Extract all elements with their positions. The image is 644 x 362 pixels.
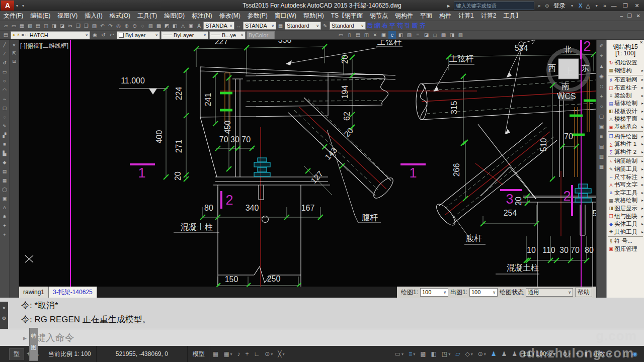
status-tool-icon[interactable]: ▯ bbox=[621, 350, 630, 357]
layer-color-swatch[interactable]: □ bbox=[26, 33, 28, 37]
lineweight-select[interactable]: B...ye∨ bbox=[209, 31, 246, 39]
menu-item[interactable]: 修改(M) bbox=[216, 12, 244, 20]
hatch-icon[interactable]: ▞ bbox=[1, 132, 8, 139]
object-tool-icon[interactable]: ▯ bbox=[346, 31, 353, 39]
table-icon[interactable]: ▤ bbox=[1, 168, 8, 175]
cut-icon[interactable]: ✂ bbox=[66, 22, 74, 30]
model-space-button[interactable]: 模型 bbox=[188, 346, 210, 362]
revcloud-icon[interactable]: ✎ bbox=[1, 123, 8, 130]
drafting-toggle-icon[interactable]: ∟ bbox=[252, 350, 263, 357]
side-tool-icon[interactable]: ✐ bbox=[599, 43, 603, 48]
status-tool-icon[interactable]: ▮ bbox=[582, 350, 590, 357]
status-tool-icon[interactable]: ♟ bbox=[509, 350, 520, 357]
sidebar-item-梁绘制[interactable]: ≡梁绘制▸ bbox=[607, 92, 644, 100]
layout-tab[interactable]: 型 bbox=[9, 348, 24, 360]
search-icon[interactable]: ⌕ bbox=[538, 3, 541, 9]
palette-close-icon[interactable]: ✕ bbox=[639, 40, 643, 45]
status-tool-icon[interactable]: ♟ bbox=[489, 350, 499, 357]
circle-icon[interactable]: ○ bbox=[1, 77, 8, 84]
menu-item[interactable]: 平面 bbox=[417, 12, 436, 20]
menu-item[interactable]: 格式(O) bbox=[106, 12, 134, 20]
menu-item[interactable]: 计算1 bbox=[455, 12, 477, 20]
sheetset-icon[interactable]: ◧ bbox=[171, 22, 179, 30]
mtext-icon[interactable]: A bbox=[1, 204, 8, 211]
properties-icon[interactable]: ▥ bbox=[147, 22, 154, 30]
object-tool-icon[interactable]: ▥ bbox=[457, 31, 464, 39]
drafting-toggle-icon[interactable]: ▦▾ bbox=[221, 350, 234, 357]
tool-palettes-icon[interactable]: ◩ bbox=[163, 22, 171, 30]
status-tool-icon[interactable]: ◧ bbox=[429, 350, 439, 357]
side-tool-icon[interactable]: ◉ bbox=[599, 73, 604, 79]
side-tool-icon[interactable]: ▦ bbox=[599, 164, 604, 169]
menu-item[interactable]: 视图(V) bbox=[54, 12, 81, 20]
sidebar-item-钢结构[interactable]: ▦钢结构▸ bbox=[607, 67, 644, 75]
sidebar-item-图层显示[interactable]: ◨图层显示▸ bbox=[607, 205, 644, 213]
sidebar-item-图库管理[interactable]: ▣图库管理 bbox=[607, 245, 644, 253]
sidebar-item-实体工具[interactable]: ◆实体工具▸ bbox=[607, 220, 644, 228]
block-icon[interactable]: ▦ bbox=[1, 177, 8, 184]
status-tool-icon[interactable]: ▩ bbox=[418, 350, 428, 357]
rectangle-icon[interactable]: ▢ bbox=[1, 105, 8, 112]
menu-item[interactable]: 钢构件 bbox=[391, 12, 417, 20]
point-icon[interactable]: ◌ bbox=[1, 114, 8, 121]
command-window[interactable]: ✕ ⚙ 令: *取消* 令: RG REGEN 正在重生成模型。 ▸ - 键入命… bbox=[0, 298, 644, 346]
tssd-char-button[interactable]: 缩 bbox=[374, 22, 381, 30]
signin-user-icon[interactable]: ☺ bbox=[544, 3, 550, 9]
help-button[interactable]: 帮助 bbox=[575, 288, 592, 297]
a360-icon[interactable]: △ bbox=[586, 3, 590, 9]
arc-icon[interactable]: ◠ bbox=[1, 86, 8, 94]
status-tool-icon[interactable]: + bbox=[573, 350, 582, 357]
current-scale[interactable]: 当前比例 1: 100 bbox=[43, 346, 97, 362]
etransmit-icon[interactable]: ◪ bbox=[58, 22, 66, 30]
drafting-toggle-icon[interactable]: ▦ bbox=[210, 350, 221, 357]
vertical-palette-tab[interactable]: 特图 bbox=[29, 328, 38, 361]
sidebar-item-尺寸标注[interactable]: ⇔尺寸标注▸ bbox=[607, 173, 644, 181]
status-tool-icon[interactable]: ▭▾ bbox=[392, 350, 406, 357]
restore-button[interactable]: ❐ bbox=[621, 3, 629, 9]
status-tool-icon[interactable]: ◇▾ bbox=[462, 350, 475, 357]
qnew-icon[interactable]: ▱ bbox=[2, 22, 10, 30]
sidebar-item-钢筋工具[interactable]: ✎钢筋工具▸ bbox=[607, 165, 644, 173]
object-tool-icon[interactable]: e bbox=[388, 31, 396, 39]
drafting-toggle-icon[interactable]: ♪ bbox=[234, 350, 243, 357]
status-tool-icon[interactable]: ≡▾ bbox=[406, 350, 418, 357]
draw-scale-select[interactable]: 100∨ bbox=[420, 288, 448, 297]
side-tool-icon[interactable]: ○ bbox=[600, 104, 603, 109]
menu-item[interactable]: 帮助(H) bbox=[300, 12, 328, 20]
saveas-icon[interactable]: ▧ bbox=[26, 22, 34, 30]
divide-icon[interactable]: ✦ bbox=[1, 222, 8, 229]
zoom-scale-control[interactable]: 1:1 / 100%▾ bbox=[520, 350, 559, 357]
object-tool-icon[interactable]: ▭ bbox=[337, 31, 345, 39]
object-tool-icon[interactable]: ◧ bbox=[397, 31, 405, 39]
side-tool-icon[interactable]: ▣ bbox=[599, 124, 604, 129]
color-select[interactable]: ByLayer∨ bbox=[117, 31, 160, 39]
measure-icon[interactable]: + bbox=[1, 231, 8, 238]
anchor-icon[interactable]: ⇱ bbox=[12, 51, 16, 56]
mleader-style-icon[interactable]: ✎ bbox=[321, 22, 329, 30]
command-input-row[interactable]: ▸ - 键入命令 bbox=[0, 329, 644, 346]
side-tool-icon[interactable]: ≡ bbox=[600, 134, 603, 139]
drafting-toggle-icon[interactable]: + bbox=[243, 350, 251, 357]
quick-access-overflow-icon[interactable]: ▾ bbox=[22, 4, 24, 8]
status-tool-icon[interactable]: ◉ bbox=[630, 350, 640, 357]
object-tool-icon[interactable]: ◨ bbox=[448, 31, 456, 39]
polygon-icon[interactable]: ▭ bbox=[1, 68, 8, 75]
signin-dropdown-icon[interactable]: ▾ bbox=[571, 4, 573, 8]
layer-tool-icon[interactable]: ◉ bbox=[91, 31, 99, 39]
dim-style-icon[interactable]: ↔ bbox=[235, 22, 243, 30]
layer-tool-icon[interactable]: ↩ bbox=[108, 31, 116, 39]
spline-icon[interactable]: ∼ bbox=[1, 96, 8, 103]
layer-properties-icon[interactable]: ▤ bbox=[2, 31, 10, 39]
autocad-logo-icon[interactable]: A bbox=[1, 1, 14, 11]
close-button[interactable]: ✕ bbox=[633, 3, 641, 9]
sidebar-item-其他工具[interactable]: ✚其他工具▸ bbox=[607, 228, 644, 236]
sidebar-item-符号[interactable]: §符 号... bbox=[607, 237, 644, 245]
zoom-out-icon[interactable]: ⊖ bbox=[131, 22, 138, 30]
side-tool-icon[interactable]: ▤ bbox=[599, 144, 604, 149]
object-tool-icon[interactable]: ◫ bbox=[363, 31, 370, 39]
designcenter-icon[interactable]: ▩ bbox=[155, 22, 163, 30]
object-tool-icon[interactable]: ▤ bbox=[354, 31, 362, 39]
side-tool-icon[interactable]: ∷ bbox=[600, 83, 603, 89]
menu-item[interactable]: 工具(T) bbox=[134, 12, 160, 20]
text-style-select[interactable]: STANDA∨ bbox=[203, 22, 234, 30]
